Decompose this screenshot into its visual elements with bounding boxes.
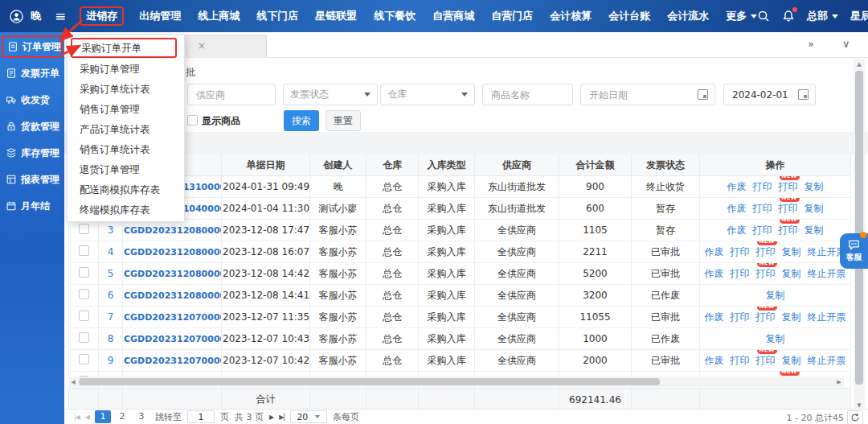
row-checkbox[interactable] <box>79 311 89 321</box>
action-link[interactable]: 复制 <box>766 333 785 344</box>
horizontal-scrollbar-thumb[interactable] <box>79 378 660 385</box>
action-link[interactable]: 打印 <box>731 246 750 257</box>
tab-close-icon[interactable]: × <box>198 40 206 51</box>
action-link[interactable]: 复制 <box>766 290 785 301</box>
row-checkbox[interactable] <box>79 245 89 256</box>
menu-toggle-icon[interactable]: ≡ <box>55 8 66 24</box>
order-id-link[interactable]: CGDD2023120800001 <box>124 290 222 301</box>
refresh-button[interactable] <box>847 410 863 424</box>
action-link[interactable]: 复制 <box>782 268 801 279</box>
action-link[interactable]: 作废 <box>705 246 724 257</box>
row-checkbox[interactable] <box>79 267 89 278</box>
product-name-input[interactable] <box>489 89 566 101</box>
action-link[interactable]: 打印 <box>753 224 772 236</box>
row-number-link[interactable]: 6 <box>108 290 114 301</box>
action-link[interactable]: 打印 <box>753 181 772 192</box>
customer-support-widget[interactable]: 客服 <box>840 233 868 269</box>
action-link[interactable]: 复制 <box>782 246 801 257</box>
order-id-link[interactable]: CGDD2023120700006 <box>124 312 222 323</box>
row-checkbox[interactable] <box>79 289 89 299</box>
row-checkbox[interactable] <box>79 354 89 364</box>
scroll-down-icon[interactable]: ▼ <box>854 400 865 410</box>
end-date-input[interactable] <box>731 89 798 101</box>
action-link[interactable]: 复制 <box>782 355 801 366</box>
top-menu-item-2[interactable]: 出纳管理 <box>139 9 181 23</box>
horizontal-scrollbar[interactable]: ◀ ▶ <box>68 377 844 387</box>
action-link[interactable]: 作废 <box>727 181 747 192</box>
reset-button[interactable]: 重置 <box>326 110 361 131</box>
action-link[interactable]: 作废 <box>705 355 724 366</box>
top-menu-item-5[interactable]: 星链联盟 <box>315 9 357 23</box>
notifications-bell-icon[interactable] <box>782 10 795 23</box>
start-date-field[interactable] <box>580 84 715 105</box>
sidebar-item-3[interactable]: 收发货 <box>2 89 63 111</box>
submenu-item-1[interactable]: 采购订单开单 <box>71 38 177 58</box>
action-link[interactable]: 作废 <box>727 203 747 214</box>
row-number-link[interactable]: 8 <box>108 333 114 344</box>
submenu-item-7[interactable]: 退货订单管理 <box>68 159 184 179</box>
sidebar-item-7[interactable]: 月年结 <box>2 195 63 217</box>
last-page-icon[interactable]: ▶| <box>279 414 285 421</box>
sidebar-item-1[interactable]: 订单管理 <box>2 35 63 58</box>
submenu-item-2[interactable]: 采购订单管理 <box>68 59 184 79</box>
row-number-link[interactable]: 4 <box>108 246 114 257</box>
action-link[interactable]: 打印 <box>756 246 776 257</box>
action-link[interactable]: 复制 <box>805 203 824 214</box>
top-menu-item-12[interactable]: 更多 <box>726 9 757 23</box>
action-link[interactable]: 打印 <box>731 268 750 279</box>
jump-page-input[interactable] <box>187 410 215 423</box>
row-number-link[interactable]: 5 <box>108 268 114 279</box>
scroll-up-icon[interactable]: ▲ <box>854 59 865 69</box>
submenu-item-8[interactable]: 配送商模拟库存表 <box>68 179 184 200</box>
action-link[interactable]: 打印 <box>731 355 750 366</box>
action-link[interactable]: 作废 <box>727 224 747 236</box>
action-link[interactable]: 复制 <box>782 311 801 323</box>
action-link[interactable]: 终止开票 <box>808 268 846 279</box>
scroll-left-icon[interactable]: ◀ <box>68 377 78 387</box>
row-number-link[interactable]: 9 <box>108 355 114 366</box>
submenu-item-3[interactable]: 采购订单统计表 <box>68 79 184 99</box>
submenu-item-9[interactable]: 终端模拟库存表 <box>68 200 184 220</box>
top-menu-item-11[interactable]: 会计流水 <box>667 9 709 23</box>
search-icon[interactable] <box>757 10 770 23</box>
action-link[interactable]: 打印 <box>756 268 776 279</box>
company-switcher[interactable]: 星辰科技DEV <box>850 9 868 23</box>
action-link[interactable]: 作废 <box>705 268 724 279</box>
order-id-link[interactable]: CGDD2023120800004 <box>124 225 222 236</box>
show-product-checkbox[interactable] <box>187 115 198 126</box>
end-date-field[interactable] <box>723 84 816 105</box>
tab-collapse-icon[interactable]: ∨ <box>842 38 850 50</box>
action-link[interactable]: 打印 <box>779 224 798 236</box>
invoice-status-select[interactable]: 发票状态 <box>283 84 378 105</box>
top-menu-item-4[interactable]: 线下门店 <box>256 9 298 23</box>
row-checkbox[interactable] <box>79 224 89 234</box>
sidebar-item-6[interactable]: 报表管理 <box>2 168 63 191</box>
top-menu-item-7[interactable]: 自营商城 <box>432 9 474 23</box>
action-link[interactable]: 作废 <box>705 311 724 323</box>
action-link[interactable]: 打印 <box>731 311 750 323</box>
row-number-link[interactable]: 3 <box>108 224 114 236</box>
order-id-link[interactable]: CGDD2023120700004 <box>124 356 222 366</box>
top-menu-item-9[interactable]: 会计核算 <box>550 9 592 23</box>
user-avatar-icon[interactable] <box>10 10 23 23</box>
action-link[interactable]: 打印 <box>753 203 772 214</box>
search-button[interactable]: 搜索 <box>284 110 319 131</box>
order-id-link[interactable]: CGDD2023120800002 <box>124 269 222 279</box>
page-button-3[interactable]: 3 <box>133 410 149 423</box>
order-id-link[interactable]: CGDD2023120700005 <box>124 334 222 344</box>
page-button-2[interactable]: 2 <box>114 410 130 423</box>
top-menu-item-10[interactable]: 会计台账 <box>608 9 650 23</box>
order-id-link[interactable]: CGDD2023120800003 <box>124 247 222 257</box>
top-menu-item-3[interactable]: 线上商城 <box>198 9 240 23</box>
submenu-item-4[interactable]: 销售订单管理 <box>68 99 184 119</box>
tab-overflow-icon[interactable]: » <box>808 38 814 50</box>
submenu-item-6[interactable]: 销售订单统计表 <box>68 139 184 159</box>
top-menu-item-1[interactable]: 进销存 <box>80 6 124 26</box>
page-button-1[interactable]: 1 <box>95 410 111 423</box>
page-size-select[interactable]: 20 <box>290 410 327 423</box>
prev-page-icon[interactable]: ◀ <box>85 414 89 421</box>
action-link[interactable]: 终止开票 <box>808 355 846 366</box>
action-link[interactable]: 复制 <box>805 181 824 192</box>
supplier-field[interactable] <box>187 84 276 105</box>
org-switcher[interactable]: 总部 <box>807 9 838 23</box>
